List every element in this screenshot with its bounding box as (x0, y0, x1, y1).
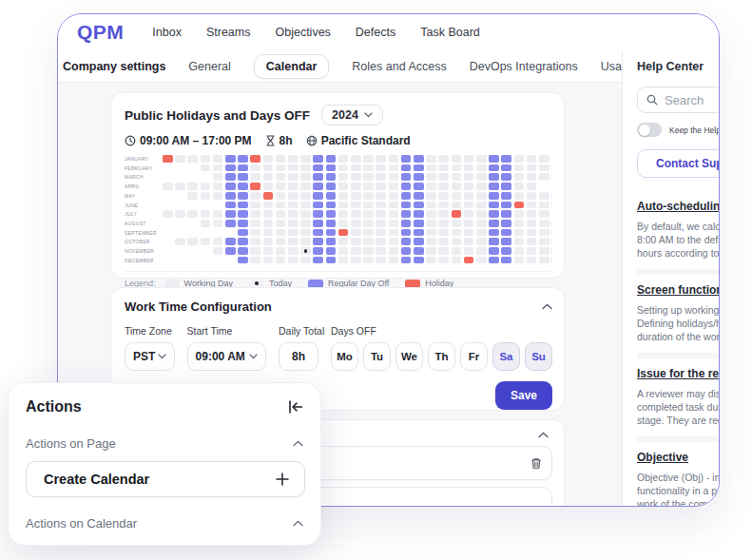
day-cell[interactable] (539, 164, 550, 172)
day-cell[interactable] (389, 220, 399, 227)
day-cell[interactable] (263, 238, 274, 245)
day-cell[interactable] (414, 183, 424, 190)
help-article-title[interactable]: Objective (637, 451, 719, 464)
day-cell[interactable] (263, 164, 274, 172)
day-cell[interactable] (389, 210, 399, 218)
day-cell[interactable] (213, 220, 223, 227)
day-cell[interactable] (426, 220, 436, 227)
tab-general[interactable]: General (188, 55, 230, 78)
help-article-title[interactable]: Auto-scheduling and (637, 200, 719, 213)
day-cell[interactable] (263, 155, 274, 163)
day-cell[interactable] (414, 257, 424, 264)
day-cell[interactable] (250, 257, 260, 264)
day-cell[interactable] (338, 247, 349, 255)
day-cell[interactable] (250, 238, 260, 245)
day-cell[interactable] (401, 202, 412, 209)
day-cell[interactable] (527, 210, 537, 218)
day-cell[interactable] (175, 238, 185, 245)
day-cell[interactable] (300, 155, 311, 163)
day-cell[interactable] (438, 238, 449, 245)
day-cell[interactable] (175, 155, 185, 163)
day-cell[interactable] (376, 210, 386, 218)
day-cell[interactable] (300, 229, 311, 237)
day-cell[interactable] (250, 247, 260, 255)
day-cell[interactable] (389, 173, 399, 181)
day-cell[interactable] (514, 183, 525, 190)
day-cell[interactable] (501, 173, 511, 181)
day-cell[interactable] (426, 155, 436, 163)
day-cell[interactable] (527, 257, 537, 264)
timezone-select[interactable]: PST (125, 342, 175, 371)
day-cell[interactable] (263, 202, 274, 209)
day-cell[interactable] (426, 257, 436, 264)
day-cell[interactable] (213, 247, 223, 255)
day-cell[interactable] (201, 238, 211, 245)
day-cell[interactable] (452, 210, 462, 218)
day-cell[interactable] (313, 164, 323, 172)
day-cell[interactable] (438, 247, 449, 255)
day-cell[interactable] (276, 247, 286, 255)
day-cell[interactable] (464, 202, 474, 209)
day-cell[interactable] (351, 210, 361, 218)
day-cell[interactable] (175, 210, 185, 218)
day-cell[interactable] (238, 210, 248, 218)
day-cell[interactable] (452, 192, 462, 200)
day-cell[interactable] (238, 257, 248, 264)
day-cell[interactable] (300, 202, 311, 209)
day-cell[interactable] (288, 220, 299, 227)
day-cell[interactable] (501, 164, 511, 172)
day-cell[interactable] (263, 229, 274, 237)
day-cell[interactable] (338, 183, 349, 190)
day-cell[interactable] (250, 192, 260, 200)
day-cell[interactable] (464, 155, 474, 163)
day-cell[interactable] (438, 220, 449, 227)
day-cell[interactable] (401, 247, 412, 255)
day-cell[interactable] (238, 247, 248, 255)
day-cell[interactable] (363, 257, 374, 264)
day-cell[interactable] (326, 202, 337, 209)
day-cell[interactable] (238, 202, 248, 209)
day-cell[interactable] (489, 183, 499, 190)
day-cell[interactable] (276, 164, 286, 172)
day-cell[interactable] (313, 247, 323, 255)
day-cell[interactable] (363, 238, 374, 245)
day-cell[interactable] (351, 202, 361, 209)
day-cell[interactable] (438, 257, 449, 264)
top-nav-item-inbox[interactable]: Inbox (152, 26, 182, 39)
day-cell[interactable] (351, 155, 361, 163)
day-cell[interactable] (363, 229, 374, 237)
top-nav-item-defects[interactable]: Defects (356, 26, 395, 39)
day-cell[interactable] (288, 210, 299, 218)
day-cell[interactable] (263, 247, 274, 255)
day-cell[interactable] (514, 192, 525, 200)
day-cell[interactable] (250, 220, 260, 227)
day-cell[interactable] (326, 220, 337, 227)
day-cell[interactable] (401, 164, 412, 172)
day-cell[interactable] (389, 192, 399, 200)
day-cell[interactable] (401, 220, 412, 227)
day-cell[interactable] (489, 173, 499, 181)
day-cell[interactable] (539, 202, 550, 209)
day-cell[interactable] (501, 155, 511, 163)
day-cell[interactable] (263, 257, 274, 264)
tab-roles-and-access[interactable]: Roles and Access (352, 55, 446, 78)
day-cell[interactable] (326, 238, 337, 245)
day-cell[interactable] (452, 173, 462, 181)
day-cell[interactable] (351, 164, 361, 172)
day-cell[interactable] (489, 155, 499, 163)
day-cell[interactable] (351, 220, 361, 227)
tab-calendar[interactable]: Calendar (254, 54, 330, 79)
day-cell[interactable] (501, 257, 511, 264)
day-cell[interactable] (514, 257, 525, 264)
day-cell[interactable] (389, 238, 399, 245)
day-cell[interactable] (187, 210, 198, 218)
day-cell[interactable] (452, 202, 462, 209)
tab-devops-integrations[interactable]: DevOps Integrations (470, 55, 578, 78)
day-cell[interactable] (551, 192, 552, 200)
day-cell[interactable] (250, 155, 260, 163)
day-cell[interactable] (376, 173, 386, 181)
start-time-select[interactable]: 09:00 AM (187, 342, 266, 371)
day-cell[interactable] (201, 155, 211, 163)
day-cell[interactable] (414, 220, 424, 227)
day-cell[interactable] (351, 257, 361, 264)
